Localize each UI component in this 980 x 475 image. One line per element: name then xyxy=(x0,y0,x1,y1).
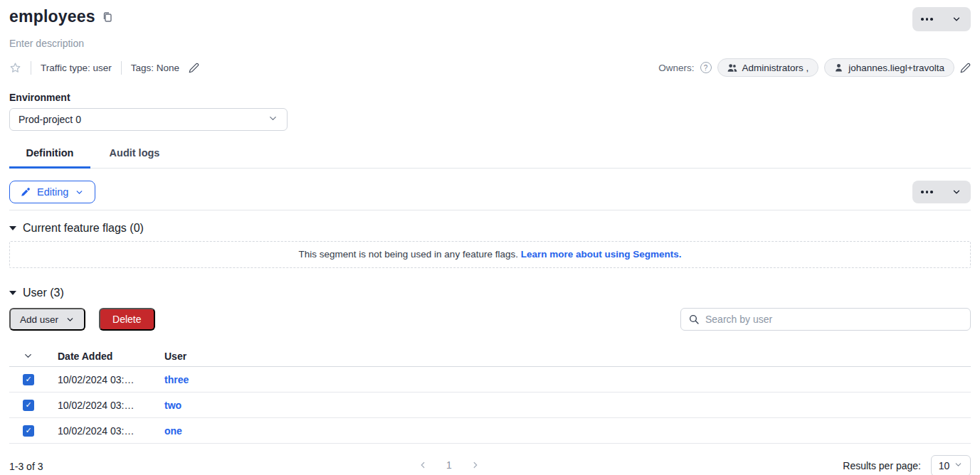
definition-toolbar: Editing xyxy=(9,181,971,203)
current-page-number[interactable]: 1 xyxy=(443,459,455,471)
owners-label: Owners: xyxy=(658,63,694,73)
previous-page-icon[interactable] xyxy=(415,459,431,471)
user-section-header[interactable]: User (3) xyxy=(9,287,971,299)
tab-definition[interactable]: Definition xyxy=(9,143,90,169)
row-checkbox[interactable] xyxy=(23,374,34,385)
user-link[interactable]: two xyxy=(164,400,181,411)
results-range-label: 1-3 of 3 xyxy=(9,461,43,472)
collapse-triangle-icon xyxy=(9,226,16,230)
table-footer: 1-3 of 3 1 Results per page: 10 xyxy=(9,444,971,475)
learn-more-link[interactable]: Learn more about using Segments. xyxy=(521,249,682,260)
owner-name: johannes.liegl+travolta xyxy=(848,63,944,73)
user-section-title: User (3) xyxy=(23,287,64,299)
group-icon xyxy=(727,63,737,73)
user-link[interactable]: three xyxy=(164,374,189,385)
pagination: 1 xyxy=(415,459,483,471)
owners-group: Owners: ? Administrators , johannes.lieg… xyxy=(658,58,971,77)
user-toolbar: Add user Delete xyxy=(9,308,971,331)
search-input[interactable] xyxy=(705,314,963,325)
chevron-down-icon xyxy=(75,188,84,197)
environment-label: Environment xyxy=(9,92,971,103)
overflow-menu-icon[interactable] xyxy=(912,181,942,203)
header: employees xyxy=(9,7,971,31)
tags-label: Tags: None xyxy=(131,63,179,73)
chevron-down-icon[interactable] xyxy=(942,181,971,203)
results-per-page-select[interactable]: 10 xyxy=(931,455,971,475)
row-checkbox[interactable] xyxy=(23,400,34,411)
header-actions xyxy=(912,7,971,31)
feature-flags-section-header[interactable]: Current feature flags (0) xyxy=(9,222,971,235)
feature-flags-empty-state: This segment is not being used in any fe… xyxy=(9,241,971,268)
chevron-down-icon[interactable] xyxy=(942,7,971,31)
edit-owners-pencil-icon[interactable] xyxy=(960,63,971,73)
chevron-down-icon xyxy=(65,315,75,324)
page-title: employees xyxy=(9,7,95,26)
add-user-button[interactable]: Add user xyxy=(9,308,85,331)
table-row: 10/02/2024 03:… one xyxy=(9,418,971,444)
select-all-chevron-icon[interactable] xyxy=(23,351,33,361)
help-icon[interactable]: ? xyxy=(700,62,712,73)
results-per-page: Results per page: 10 xyxy=(843,455,971,475)
table-row: 10/02/2024 03:… three xyxy=(9,367,971,393)
tab-bar: Definition Audit logs xyxy=(9,143,971,169)
pencil-icon xyxy=(21,187,31,197)
editing-button[interactable]: Editing xyxy=(9,181,95,203)
table-header-row: Date Added User xyxy=(9,346,971,367)
column-header-user: User xyxy=(164,351,971,362)
results-per-page-value: 10 xyxy=(939,460,950,471)
definition-actions xyxy=(912,181,971,203)
table-row: 10/02/2024 03:… two xyxy=(9,393,971,418)
tab-audit-logs[interactable]: Audit logs xyxy=(94,143,175,169)
edit-tags-pencil-icon[interactable] xyxy=(189,63,199,73)
owner-name: Administrators , xyxy=(742,63,809,73)
editing-label: Editing xyxy=(37,186,68,198)
search-icon xyxy=(688,314,700,325)
chevron-down-icon xyxy=(268,113,278,126)
date-added-cell: 10/02/2024 03:… xyxy=(58,425,164,437)
copy-icon[interactable] xyxy=(102,11,113,23)
description-placeholder[interactable]: Enter description xyxy=(9,38,971,49)
meta-row: Traffic type: user Tags: None Owners: ? … xyxy=(9,58,971,77)
empty-message: This segment is not being used in any fe… xyxy=(299,249,518,260)
traffic-type-label: Traffic type: user xyxy=(41,63,112,73)
divider xyxy=(121,61,122,75)
results-per-page-label: Results per page: xyxy=(843,460,921,471)
add-user-label: Add user xyxy=(20,314,58,325)
divider xyxy=(9,210,971,210)
feature-flags-title: Current feature flags (0) xyxy=(23,222,144,235)
user-link[interactable]: one xyxy=(164,425,182,437)
owner-pill-administrators[interactable]: Administrators , xyxy=(717,58,819,77)
date-added-cell: 10/02/2024 03:… xyxy=(58,374,164,385)
user-search xyxy=(680,308,971,331)
user-table: Date Added User 10/02/2024 03:… three 10… xyxy=(9,346,971,444)
column-header-date-added: Date Added xyxy=(58,351,164,362)
star-icon[interactable] xyxy=(9,62,21,74)
chevron-down-icon xyxy=(954,460,963,471)
delete-button[interactable]: Delete xyxy=(99,308,154,331)
segment-page: employees Enter description xyxy=(0,0,980,475)
environment-select[interactable]: Prod-project 0 xyxy=(9,108,288,131)
date-added-cell: 10/02/2024 03:… xyxy=(58,400,164,411)
person-icon xyxy=(834,63,843,73)
next-page-icon[interactable] xyxy=(468,459,483,471)
environment-selected-value: Prod-project 0 xyxy=(19,114,81,125)
environment-block: Environment Prod-project 0 xyxy=(9,92,971,131)
divider xyxy=(31,61,31,75)
row-checkbox[interactable] xyxy=(23,425,34,437)
collapse-triangle-icon xyxy=(9,291,16,295)
owner-pill-user[interactable]: johannes.liegl+travolta xyxy=(824,58,954,77)
overflow-menu-icon[interactable] xyxy=(912,7,942,31)
